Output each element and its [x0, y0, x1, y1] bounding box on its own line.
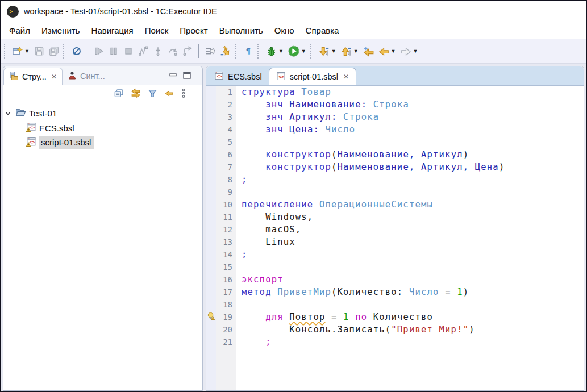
toolbar-grip[interactable] — [4, 44, 8, 59]
code-line[interactable]: 17метод ПриветМир(Количество: Число = 1) — [206, 286, 584, 298]
terminate-button[interactable] — [122, 44, 135, 58]
minimize-view-icon[interactable] — [169, 71, 177, 81]
link-with-editor-icon[interactable] — [131, 88, 141, 101]
sbsl-file-icon: <> — [214, 71, 224, 82]
annotation-ruler[interactable] — [206, 223, 216, 236]
code-line[interactable]: 12 macOS, — [206, 223, 584, 236]
code-line[interactable]: 3 знч Артикул: Строка — [206, 111, 584, 123]
save-all-button[interactable] — [47, 44, 61, 58]
toolbar-grip[interactable] — [257, 44, 261, 59]
skip-all-breakpoints-button[interactable] — [70, 44, 84, 58]
code-line[interactable]: 9 — [206, 186, 584, 198]
code-line[interactable]: 15 — [206, 261, 584, 273]
menu-file[interactable]: Файл — [3, 24, 36, 37]
executor-terminal-icon[interactable]: >_ — [7, 6, 19, 18]
focus-back-arrow-icon[interactable] — [164, 89, 174, 101]
collapse-all-icon[interactable] — [114, 88, 124, 101]
annotation-ruler[interactable] — [206, 261, 216, 273]
code-line[interactable]: 10перечисление ОперационныеСистемы — [206, 198, 584, 211]
code-line[interactable]: 16экспорт — [206, 273, 584, 286]
annotation-ruler[interactable] — [206, 186, 216, 198]
annotation-ruler[interactable] — [206, 111, 216, 123]
annotation-ruler[interactable] — [206, 161, 216, 173]
annotation-ruler[interactable] — [206, 248, 216, 261]
annotation-ruler[interactable] — [206, 311, 216, 323]
code-line[interactable]: 11 Windows, — [206, 211, 584, 223]
code-line[interactable]: 5 — [206, 136, 584, 148]
run-to-line-button[interactable] — [203, 44, 217, 58]
show-whitespace-button[interactable]: ¶ — [242, 44, 255, 58]
annotation-ruler[interactable] — [206, 236, 216, 248]
annotation-ruler[interactable] — [206, 286, 216, 298]
editor-tab-script01[interactable]: <> script-01.sbsl ✕ — [269, 68, 356, 85]
step-over-button[interactable] — [166, 44, 180, 58]
filter-icon[interactable] — [148, 89, 157, 101]
maximize-view-icon[interactable] — [183, 71, 191, 81]
back-button[interactable]: ▼ — [377, 44, 398, 59]
new-wizard-button[interactable]: ▼ — [11, 44, 31, 58]
code-line[interactable]: 7 конструктор(Наименование, Артикул, Цен… — [206, 161, 584, 173]
run-button[interactable]: ▼ — [286, 44, 308, 59]
debug-button[interactable]: ▼ — [264, 44, 285, 59]
annotation-ruler[interactable] — [206, 123, 216, 136]
tab-structure-view[interactable]: Стру... ✕ — [3, 68, 63, 85]
code-line[interactable]: 18 — [206, 298, 584, 311]
code-line[interactable]: 19 для Повтор = 1 по Количество — [206, 311, 584, 323]
annotation-ruler[interactable] — [206, 323, 216, 336]
drop-to-frame-button[interactable] — [218, 44, 232, 58]
annotation-ruler[interactable] — [206, 273, 216, 286]
menu-run[interactable]: Выполнить — [214, 24, 269, 37]
annotation-ruler[interactable] — [206, 336, 216, 348]
editor-tab-ecs[interactable]: <> ECS.sbsl — [207, 68, 269, 85]
annotation-ruler[interactable] — [206, 86, 216, 98]
annotation-ruler[interactable] — [206, 98, 216, 111]
view-menu-icon[interactable] — [181, 88, 186, 101]
pause-button[interactable] — [107, 44, 120, 58]
tree-item-file-selected[interactable]: <> script-01.sbsl — [3, 135, 202, 150]
toolbar-grip[interactable] — [235, 44, 239, 59]
close-icon[interactable]: ✕ — [51, 73, 57, 81]
tab-syntax-view[interactable]: Синт... — [63, 68, 110, 85]
code-line[interactable]: 6 конструктор(Наименование, Артикул) — [206, 148, 584, 161]
code-line[interactable]: 14; — [206, 248, 584, 261]
code-line[interactable]: 4 знч Цена: Число — [206, 123, 584, 136]
code-line[interactable]: 1структура Товар — [206, 86, 584, 98]
tree-item-file[interactable]: <> ECS.sbsl — [3, 120, 202, 135]
code-line[interactable]: 13 Linux — [206, 236, 584, 248]
line-number: 4 — [216, 123, 236, 136]
chevron-expanded-icon[interactable] — [3, 109, 13, 117]
code-line[interactable]: 2 знч Наименование: Строка — [206, 98, 584, 111]
annotation-ruler[interactable] — [206, 173, 216, 186]
chevron-down-icon: ▼ — [278, 48, 284, 54]
toolbar-grip[interactable] — [63, 44, 67, 59]
menu-edit[interactable]: Изменить — [36, 24, 86, 37]
code-line[interactable]: 20 Консоль.Записать("Привет Мир!") — [206, 323, 584, 336]
previous-annotation-button[interactable]: ▼ — [339, 44, 360, 59]
menu-navigate[interactable]: Навигация — [86, 24, 139, 37]
menu-window[interactable]: Окно — [269, 24, 300, 37]
chevron-down-icon: ▼ — [413, 48, 418, 54]
step-filters-button[interactable] — [136, 44, 150, 58]
quickfix-warning-bulb-icon[interactable] — [207, 312, 215, 323]
annotation-ruler[interactable] — [206, 148, 216, 161]
annotation-ruler[interactable] — [206, 298, 216, 311]
menu-project[interactable]: Проект — [174, 24, 213, 37]
annotation-ruler[interactable] — [206, 211, 216, 223]
save-button[interactable] — [32, 44, 46, 58]
toolbar-grip[interactable] — [310, 44, 314, 59]
tree-item-project[interactable]: Test-01 — [3, 106, 202, 120]
step-into-button[interactable] — [151, 44, 165, 58]
next-annotation-button[interactable]: ▼ — [317, 44, 338, 59]
menu-search[interactable]: Поиск — [139, 24, 174, 37]
close-icon[interactable]: ✕ — [343, 73, 349, 81]
code-line[interactable]: 21 ; — [206, 336, 584, 348]
code-editor[interactable]: 1структура Товар2 знч Наименование: Стро… — [206, 86, 584, 390]
annotation-ruler[interactable] — [206, 136, 216, 148]
last-edit-location-button[interactable] — [361, 44, 376, 59]
forward-button[interactable]: ▼ — [399, 44, 420, 59]
menu-help[interactable]: Справка — [300, 24, 345, 37]
step-return-button[interactable] — [181, 44, 194, 58]
annotation-ruler[interactable] — [206, 198, 216, 211]
resume-button[interactable] — [92, 44, 106, 58]
code-line[interactable]: 8; — [206, 173, 584, 186]
